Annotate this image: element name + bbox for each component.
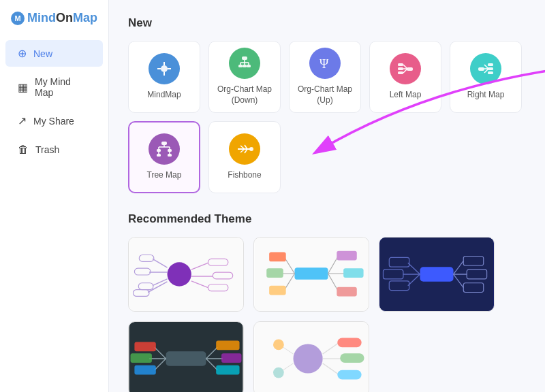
- svg-rect-69: [269, 286, 286, 295]
- grid-icon: ▦: [18, 81, 28, 94]
- svg-point-105: [293, 344, 322, 373]
- theme-card-4[interactable]: [128, 321, 244, 392]
- map-card-left[interactable]: Left Map: [369, 41, 441, 113]
- svg-rect-109: [340, 353, 364, 363]
- svg-rect-73: [343, 268, 363, 278]
- right-map-label: Right Map: [467, 90, 505, 101]
- svg-rect-63: [294, 267, 328, 280]
- svg-rect-16: [398, 67, 403, 70]
- svg-rect-95: [131, 353, 152, 363]
- svg-point-113: [273, 340, 284, 350]
- recommended-section-title: Recommended Theme: [128, 212, 526, 226]
- new-section-title: New: [128, 16, 526, 30]
- svg-rect-111: [337, 370, 361, 380]
- map-card-org-down[interactable]: Org-Chart Map(Down): [208, 41, 281, 113]
- svg-rect-77: [420, 267, 453, 282]
- svg-rect-15: [398, 63, 403, 66]
- svg-rect-38: [157, 154, 161, 157]
- sidebar-label-my-mind-map: My Mind Map: [35, 76, 91, 98]
- svg-rect-39: [168, 154, 172, 157]
- theme-card-2[interactable]: [253, 237, 369, 312]
- org-down-icon: [229, 48, 260, 79]
- svg-rect-26: [488, 63, 493, 66]
- svg-rect-107: [337, 338, 361, 348]
- tree-map-label: Tree Map: [147, 170, 182, 181]
- svg-rect-93: [134, 342, 155, 351]
- plus-icon: ⊕: [18, 47, 27, 60]
- sidebar-item-new[interactable]: ⊕ New: [5, 40, 103, 67]
- sidebar-item-my-share[interactable]: ↗ My Share: [5, 108, 103, 134]
- mindmap-icon: [149, 53, 180, 84]
- logo-icon: M: [11, 12, 25, 25]
- svg-point-115: [273, 368, 284, 378]
- svg-rect-99: [216, 340, 239, 350]
- org-down-label: Org-Chart Map(Down): [217, 84, 272, 105]
- sidebar-label-trash: Trash: [35, 144, 59, 155]
- svg-rect-21: [407, 67, 413, 71]
- logo: M MindOnMap: [0, 0, 108, 39]
- svg-rect-91: [166, 351, 206, 366]
- right-map-icon: [470, 53, 501, 84]
- logo-mind: Mind: [27, 11, 56, 24]
- svg-rect-13: [247, 65, 251, 67]
- tree-map-icon: [149, 133, 180, 165]
- svg-line-18: [403, 65, 407, 69]
- org-up-icon: Ψ: [309, 48, 341, 79]
- share-icon: ↗: [18, 114, 27, 127]
- svg-rect-65: [269, 252, 286, 262]
- svg-rect-103: [216, 365, 239, 375]
- theme-card-1[interactable]: [128, 237, 244, 312]
- svg-rect-71: [337, 251, 356, 261]
- svg-rect-11: [238, 65, 243, 67]
- sidebar: M MindOnMap ⊕ New ▦ My Mind Map ↗ My Sha…: [0, 0, 109, 392]
- svg-point-0: [161, 65, 168, 72]
- theme-card-3[interactable]: [379, 237, 495, 312]
- sidebar-item-my-mind-map[interactable]: ▦ My Mind Map: [5, 69, 103, 105]
- svg-rect-101: [221, 353, 241, 363]
- map-card-right[interactable]: Right Map: [450, 41, 522, 113]
- org-up-label: Org-Chart Map (Up): [290, 84, 360, 105]
- svg-rect-97: [134, 365, 155, 375]
- sidebar-label-new: New: [33, 48, 52, 59]
- trash-icon: 🗑: [18, 144, 29, 156]
- svg-rect-29: [161, 142, 167, 145]
- svg-rect-12: [243, 65, 247, 67]
- fishbone-label: Fishbone: [228, 170, 261, 181]
- fishbone-icon: [229, 133, 260, 165]
- logo-text: MindOnMap: [27, 11, 97, 25]
- logo-on: On: [56, 11, 73, 24]
- theme-grid: [128, 237, 526, 392]
- svg-rect-17: [398, 71, 403, 74]
- left-map-icon: [390, 53, 421, 84]
- svg-rect-75: [337, 287, 356, 297]
- left-map-label: Left Map: [390, 90, 422, 101]
- svg-rect-27: [488, 67, 493, 70]
- svg-rect-34: [157, 149, 161, 152]
- svg-point-47: [168, 262, 191, 286]
- mindmap-label: MindMap: [147, 90, 181, 101]
- theme-card-5[interactable]: [253, 321, 369, 392]
- map-card-mindmap[interactable]: MindMap: [128, 41, 200, 113]
- svg-rect-35: [168, 149, 172, 152]
- svg-point-45: [249, 147, 253, 151]
- svg-rect-67: [266, 268, 283, 278]
- svg-rect-22: [478, 67, 484, 71]
- logo-map-word: Map: [73, 11, 97, 24]
- sidebar-item-trash[interactable]: 🗑 Trash: [5, 137, 103, 163]
- main-content: New MindMap Org-Chart Map(Down) Ψ Org-Ch…: [109, 0, 545, 392]
- svg-rect-28: [488, 71, 493, 74]
- map-type-grid: MindMap Org-Chart Map(Down) Ψ Org-Chart …: [128, 41, 526, 193]
- sidebar-label-my-share: My Share: [33, 116, 74, 127]
- map-card-tree[interactable]: Tree Map: [128, 121, 200, 193]
- svg-rect-5: [242, 56, 247, 60]
- map-card-org-up[interactable]: Ψ Org-Chart Map (Up): [289, 41, 361, 113]
- svg-text:Ψ: Ψ: [320, 57, 329, 71]
- map-card-fishbone[interactable]: Fishbone: [208, 121, 281, 193]
